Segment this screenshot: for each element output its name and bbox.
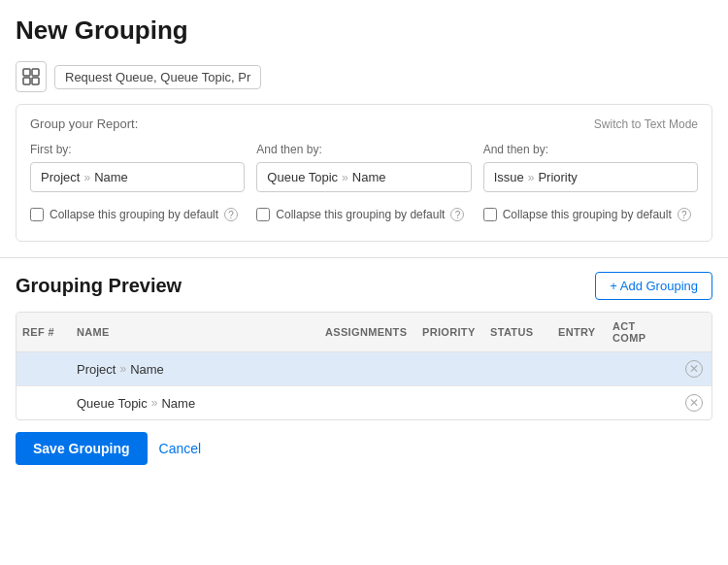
double-arrow-2: » xyxy=(528,171,535,184)
col-header-entry: ENTRY xyxy=(552,313,607,351)
cancel-button[interactable]: Cancel xyxy=(159,441,202,456)
col-part2-1: Name xyxy=(352,170,386,184)
col-value-0[interactable]: Project » Name xyxy=(30,162,245,192)
grouping-col-0: First by: Project » Name xyxy=(30,143,245,192)
table-row-1: Queue Topic » Name ✕ xyxy=(17,386,711,419)
preview-section: Grouping Preview + Add Grouping REF # NA… xyxy=(0,257,728,420)
table-header-row: REF # NAME ASSIGNMENTS PRIORITY STATUS E… xyxy=(17,313,711,352)
row0-name: Project » Name xyxy=(71,352,319,385)
remove-icon-0[interactable]: ✕ xyxy=(685,360,703,378)
svg-rect-1 xyxy=(32,69,39,76)
col-part2-0: Name xyxy=(94,170,128,184)
page-title: New Grouping xyxy=(16,16,712,46)
col-value-2[interactable]: Issue » Priority xyxy=(483,162,698,192)
row1-action[interactable]: ✕ xyxy=(677,386,711,419)
collapse-checkbox-0[interactable] xyxy=(30,208,44,221)
col-part2-2: Priority xyxy=(538,170,577,184)
collapse-label-2: Collapse this grouping by default xyxy=(503,208,672,221)
grid-icon[interactable] xyxy=(16,61,47,92)
table-row-0: Project » Name ✕ xyxy=(17,352,711,386)
row1-part2: Name xyxy=(161,396,195,411)
double-arrow-1: » xyxy=(342,171,348,184)
col-header-ref: REF # xyxy=(17,313,71,351)
switch-text-mode[interactable]: Switch to Text Mode xyxy=(594,117,698,131)
grouping-col-2: And then by: Issue » Priority xyxy=(483,143,698,192)
grouping-col-1: And then by: Queue Topic » Name xyxy=(256,143,471,192)
col-header-name: NAME xyxy=(71,313,319,351)
row1-priority xyxy=(416,386,484,419)
col-label-1: And then by: xyxy=(256,143,471,156)
row0-assignments xyxy=(319,352,416,385)
col-header-action xyxy=(677,313,711,351)
row0-ref xyxy=(17,352,71,385)
row1-status xyxy=(484,386,552,419)
row1-name: Queue Topic » Name xyxy=(71,386,319,419)
row0-status xyxy=(484,352,552,385)
svg-rect-3 xyxy=(32,78,39,84)
collapse-label-1: Collapse this grouping by default xyxy=(276,208,445,221)
svg-rect-0 xyxy=(23,69,30,76)
breadcrumb-tag: Request Queue, Queue Topic, Pr xyxy=(54,65,261,89)
collapse-label-0: Collapse this grouping by default xyxy=(50,208,218,221)
col-part1-0: Project xyxy=(41,170,80,184)
row0-arrow: » xyxy=(119,362,126,376)
svg-rect-2 xyxy=(23,78,30,84)
row0-priority xyxy=(416,352,484,385)
save-button[interactable]: Save Grouping xyxy=(16,432,148,465)
collapse-col-1: Collapse this grouping by default ? xyxy=(256,208,471,221)
add-grouping-button[interactable]: + Add Grouping xyxy=(595,272,712,300)
row0-action[interactable]: ✕ xyxy=(677,352,711,385)
double-arrow-0: » xyxy=(83,171,90,184)
remove-icon-1[interactable]: ✕ xyxy=(685,394,703,412)
help-icon-0[interactable]: ? xyxy=(224,208,238,221)
footer: Save Grouping Cancel xyxy=(0,420,728,477)
row1-ref xyxy=(17,386,71,419)
collapse-checkbox-1[interactable] xyxy=(256,208,270,221)
group-report-section: Group your Report: Switch to Text Mode F… xyxy=(16,104,712,242)
row0-part1: Project xyxy=(77,362,116,377)
col-header-priority: PRIORITY xyxy=(416,313,484,351)
row0-actcomp xyxy=(607,352,677,385)
collapse-checkbox-2[interactable] xyxy=(483,208,497,221)
preview-title: Grouping Preview xyxy=(16,275,182,297)
row0-part2: Name xyxy=(130,362,164,377)
help-icon-2[interactable]: ? xyxy=(678,208,691,221)
breadcrumb: Request Queue, Queue Topic, Pr xyxy=(16,61,712,92)
row1-grouping-label: Queue Topic » Name xyxy=(77,396,195,411)
preview-header: Grouping Preview + Add Grouping xyxy=(16,272,712,300)
row1-entry xyxy=(552,386,607,419)
row1-assignments xyxy=(319,386,416,419)
help-icon-1[interactable]: ? xyxy=(450,208,464,221)
col-label-0: First by: xyxy=(30,143,245,156)
col-header-assignments: ASSIGNMENTS xyxy=(319,313,416,351)
collapse-col-2: Collapse this grouping by default ? xyxy=(483,208,698,221)
col-header-actcomp: ACT COMP xyxy=(607,313,677,351)
row1-part1: Queue Topic xyxy=(77,396,148,411)
collapse-col-0: Collapse this grouping by default ? xyxy=(30,208,245,221)
preview-table: REF # NAME ASSIGNMENTS PRIORITY STATUS E… xyxy=(16,312,712,420)
row1-actcomp xyxy=(607,386,677,419)
col-value-1[interactable]: Queue Topic » Name xyxy=(256,162,471,192)
row0-entry xyxy=(552,352,607,385)
grouping-columns: First by: Project » Name And then by: Qu… xyxy=(30,143,698,192)
row0-grouping-label: Project » Name xyxy=(77,362,164,377)
row1-arrow: » xyxy=(151,396,158,410)
group-report-label: Group your Report: xyxy=(30,116,138,131)
col-part1-1: Queue Topic xyxy=(267,170,338,184)
collapse-row: Collapse this grouping by default ? Coll… xyxy=(30,208,698,221)
col-part1-2: Issue xyxy=(494,170,524,184)
col-header-status: STATUS xyxy=(484,313,552,351)
col-label-2: And then by: xyxy=(483,143,698,156)
